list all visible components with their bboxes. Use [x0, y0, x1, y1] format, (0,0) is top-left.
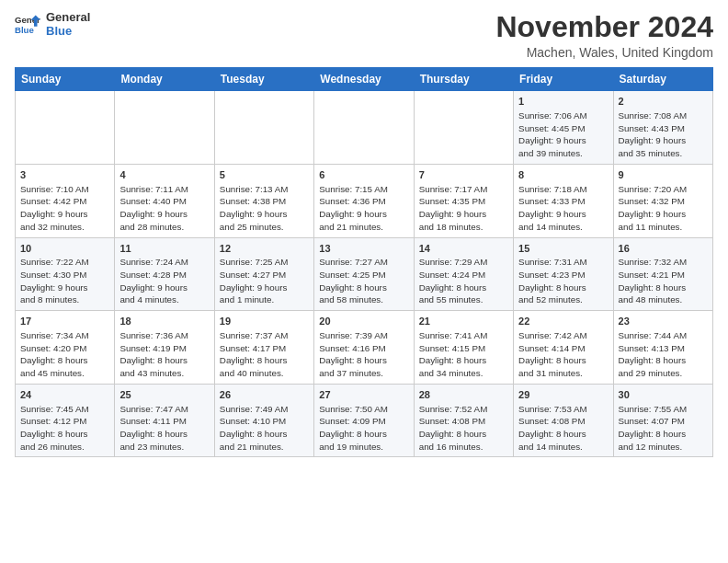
calendar-cell: 7Sunrise: 7:17 AMSunset: 4:35 PMDaylight…: [414, 164, 513, 237]
calendar-cell: 8Sunrise: 7:18 AMSunset: 4:33 PMDaylight…: [514, 164, 613, 237]
day-number: 21: [419, 315, 508, 328]
calendar-week-row: 1Sunrise: 7:06 AMSunset: 4:45 PMDaylight…: [16, 91, 713, 165]
calendar-cell: 9Sunrise: 7:20 AMSunset: 4:32 PMDaylight…: [613, 164, 712, 237]
header-friday: Friday: [514, 68, 613, 91]
calendar-cell: [16, 91, 115, 165]
header-monday: Monday: [115, 68, 214, 91]
calendar-cell: 19Sunrise: 7:37 AMSunset: 4:17 PMDayligh…: [214, 311, 313, 385]
day-info: Sunrise: 7:25 AMSunset: 4:27 PMDaylight:…: [220, 256, 309, 306]
calendar-cell: 21Sunrise: 7:41 AMSunset: 4:15 PMDayligh…: [414, 311, 513, 385]
day-info: Sunrise: 7:11 AMSunset: 4:40 PMDaylight:…: [119, 183, 209, 234]
calendar-week-row: 10Sunrise: 7:22 AMSunset: 4:30 PMDayligh…: [16, 237, 713, 311]
day-info: Sunrise: 7:32 AMSunset: 4:21 PMDaylight:…: [619, 256, 708, 306]
calendar-cell: 30Sunrise: 7:55 AMSunset: 4:07 PMDayligh…: [613, 384, 712, 457]
header-thursday: Thursday: [414, 68, 513, 91]
logo-text-blue: Blue: [46, 25, 90, 39]
day-info: Sunrise: 7:47 AMSunset: 4:11 PMDaylight:…: [119, 403, 209, 454]
calendar-cell: 11Sunrise: 7:24 AMSunset: 4:28 PMDayligh…: [115, 237, 214, 311]
day-number: 18: [119, 315, 209, 328]
day-number: 7: [419, 168, 508, 182]
calendar-cell: 28Sunrise: 7:52 AMSunset: 4:08 PMDayligh…: [414, 384, 513, 457]
day-info: Sunrise: 7:20 AMSunset: 4:32 PMDaylight:…: [619, 183, 708, 234]
calendar-cell: 5Sunrise: 7:13 AMSunset: 4:38 PMDaylight…: [214, 164, 313, 237]
day-info: Sunrise: 7:17 AMSunset: 4:35 PMDaylight:…: [419, 183, 508, 234]
day-info: Sunrise: 7:10 AMSunset: 4:42 PMDaylight:…: [20, 183, 109, 234]
day-number: 3: [20, 168, 109, 182]
calendar-cell: 27Sunrise: 7:50 AMSunset: 4:09 PMDayligh…: [314, 384, 414, 457]
day-number: 28: [419, 388, 508, 402]
day-info: Sunrise: 7:15 AMSunset: 4:36 PMDaylight:…: [319, 183, 408, 234]
day-number: 1: [518, 95, 608, 109]
header-sunday: Sunday: [16, 68, 115, 91]
day-number: 24: [20, 388, 109, 402]
day-info: Sunrise: 7:50 AMSunset: 4:09 PMDaylight:…: [319, 403, 408, 454]
calendar-body: 1Sunrise: 7:06 AMSunset: 4:45 PMDaylight…: [16, 91, 713, 457]
calendar-week-row: 24Sunrise: 7:45 AMSunset: 4:12 PMDayligh…: [16, 384, 713, 457]
calendar-week-row: 3Sunrise: 7:10 AMSunset: 4:42 PMDaylight…: [16, 164, 713, 237]
day-number: 30: [619, 388, 708, 402]
calendar-cell: [115, 91, 214, 165]
calendar-cell: 24Sunrise: 7:45 AMSunset: 4:12 PMDayligh…: [16, 384, 115, 457]
day-number: 15: [518, 242, 608, 256]
day-info: Sunrise: 7:22 AMSunset: 4:30 PMDaylight:…: [20, 256, 109, 306]
logo-icon: General Blue: [15, 12, 40, 38]
weekday-header-row: Sunday Monday Tuesday Wednesday Thursday…: [16, 68, 713, 91]
day-info: Sunrise: 7:18 AMSunset: 4:33 PMDaylight:…: [518, 183, 608, 234]
calendar-cell: 29Sunrise: 7:53 AMSunset: 4:08 PMDayligh…: [514, 384, 613, 457]
day-number: 23: [619, 315, 708, 328]
day-number: 12: [220, 242, 309, 256]
calendar-cell: 17Sunrise: 7:34 AMSunset: 4:20 PMDayligh…: [16, 311, 115, 385]
title-block: November 2024 Machen, Wales, United King…: [495, 11, 713, 60]
day-number: 26: [220, 388, 309, 402]
logo: General Blue General Blue: [15, 11, 90, 39]
header-saturday: Saturday: [613, 68, 712, 91]
day-info: Sunrise: 7:53 AMSunset: 4:08 PMDaylight:…: [518, 403, 608, 454]
page-container: General Blue General Blue November 2024 …: [0, 0, 728, 465]
header-tuesday: Tuesday: [214, 68, 313, 91]
calendar-cell: 23Sunrise: 7:44 AMSunset: 4:13 PMDayligh…: [613, 311, 712, 385]
calendar-week-row: 17Sunrise: 7:34 AMSunset: 4:20 PMDayligh…: [16, 311, 713, 385]
svg-text:Blue: Blue: [15, 25, 34, 35]
calendar-cell: 6Sunrise: 7:15 AMSunset: 4:36 PMDaylight…: [314, 164, 414, 237]
day-number: 9: [619, 168, 708, 182]
calendar-cell: 22Sunrise: 7:42 AMSunset: 4:14 PMDayligh…: [514, 311, 613, 385]
calendar-cell: 15Sunrise: 7:31 AMSunset: 4:23 PMDayligh…: [514, 237, 613, 311]
calendar-cell: 26Sunrise: 7:49 AMSunset: 4:10 PMDayligh…: [214, 384, 313, 457]
day-number: 20: [319, 315, 408, 328]
day-number: 19: [220, 315, 309, 328]
day-info: Sunrise: 7:39 AMSunset: 4:16 PMDaylight:…: [319, 329, 408, 380]
day-info: Sunrise: 7:13 AMSunset: 4:38 PMDaylight:…: [220, 183, 309, 234]
day-info: Sunrise: 7:52 AMSunset: 4:08 PMDaylight:…: [419, 403, 508, 454]
calendar-cell: [414, 91, 513, 165]
day-info: Sunrise: 7:49 AMSunset: 4:10 PMDaylight:…: [220, 403, 309, 454]
day-info: Sunrise: 7:42 AMSunset: 4:14 PMDaylight:…: [518, 329, 608, 380]
day-number: 13: [319, 242, 408, 256]
day-info: Sunrise: 7:41 AMSunset: 4:15 PMDaylight:…: [419, 329, 508, 380]
calendar-cell: [214, 91, 313, 165]
day-info: Sunrise: 7:36 AMSunset: 4:19 PMDaylight:…: [119, 329, 209, 380]
day-info: Sunrise: 7:31 AMSunset: 4:23 PMDaylight:…: [518, 256, 608, 306]
day-number: 27: [319, 388, 408, 402]
day-info: Sunrise: 7:44 AMSunset: 4:13 PMDaylight:…: [619, 329, 708, 380]
day-number: 2: [619, 95, 708, 109]
calendar-cell: 13Sunrise: 7:27 AMSunset: 4:25 PMDayligh…: [314, 237, 414, 311]
calendar-cell: 10Sunrise: 7:22 AMSunset: 4:30 PMDayligh…: [16, 237, 115, 311]
month-title: November 2024: [495, 11, 713, 43]
day-number: 16: [619, 242, 708, 256]
day-number: 10: [20, 242, 109, 256]
calendar-cell: 2Sunrise: 7:08 AMSunset: 4:43 PMDaylight…: [613, 91, 712, 165]
day-number: 5: [220, 168, 309, 182]
calendar-cell: [314, 91, 414, 165]
day-info: Sunrise: 7:29 AMSunset: 4:24 PMDaylight:…: [419, 256, 508, 306]
header-wednesday: Wednesday: [314, 68, 414, 91]
calendar-cell: 3Sunrise: 7:10 AMSunset: 4:42 PMDaylight…: [16, 164, 115, 237]
day-info: Sunrise: 7:55 AMSunset: 4:07 PMDaylight:…: [619, 403, 708, 454]
day-info: Sunrise: 7:08 AMSunset: 4:43 PMDaylight:…: [619, 109, 708, 160]
calendar-cell: 14Sunrise: 7:29 AMSunset: 4:24 PMDayligh…: [414, 237, 513, 311]
day-number: 11: [119, 242, 209, 256]
location: Machen, Wales, United Kingdom: [495, 45, 713, 60]
day-info: Sunrise: 7:37 AMSunset: 4:17 PMDaylight:…: [220, 329, 309, 380]
day-number: 22: [518, 315, 608, 328]
calendar-cell: 12Sunrise: 7:25 AMSunset: 4:27 PMDayligh…: [214, 237, 313, 311]
day-number: 17: [20, 315, 109, 328]
